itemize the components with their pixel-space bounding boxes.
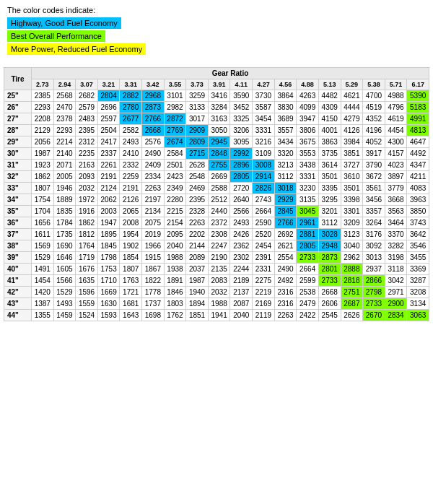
value-cell: 3947 <box>297 113 319 125</box>
diameter-cell: 30" <box>4 148 32 160</box>
value-cell: 2154 <box>164 217 186 229</box>
legend-items: Highway, Good Fuel Economy Best Overall … <box>7 17 426 56</box>
value-cell: 5183 <box>407 102 429 113</box>
value-cell: 2372 <box>208 217 230 229</box>
value-cell: 4300 <box>385 136 407 148</box>
value-cell: 5390 <box>407 90 429 102</box>
value-cell: 2490 <box>142 148 165 160</box>
value-cell: 2163 <box>76 160 98 171</box>
value-cell: 3454 <box>253 113 275 125</box>
diameter-cell: 36" <box>4 217 32 229</box>
value-cell: 2410 <box>120 148 142 160</box>
value-cell: 2668 <box>318 287 341 298</box>
table-row: 26"2293247025792696278028732982313332843… <box>4 102 429 113</box>
value-cell: 3917 <box>363 148 385 160</box>
value-cell: 4482 <box>318 90 341 102</box>
value-cell: 2385 <box>32 90 54 102</box>
diameter-cell: 28" <box>4 125 32 136</box>
value-cell: 4157 <box>385 148 407 160</box>
value-cell: 1596 <box>76 287 98 298</box>
value-cell: 1454 <box>32 275 54 287</box>
value-cell: 3101 <box>164 90 186 102</box>
value-cell: 4454 <box>385 125 407 136</box>
diameter-cell: 31" <box>4 160 32 171</box>
value-cell: 2971 <box>385 287 407 298</box>
gear-ratio-header-2.94: 2.94 <box>53 79 76 90</box>
value-cell: 1812 <box>76 229 98 240</box>
diameter-cell: 26" <box>4 102 32 113</box>
gear-ratio-header-2.73: 2.73 <box>32 79 54 90</box>
value-cell: 4352 <box>363 113 385 125</box>
value-cell: 1862 <box>76 217 98 229</box>
value-cell: 1753 <box>97 264 120 275</box>
value-cell: 2190 <box>208 252 230 264</box>
gear-ratio-header-5.29: 5.29 <box>341 79 363 90</box>
value-cell: 2214 <box>53 136 76 148</box>
value-cell: 1593 <box>97 310 120 321</box>
value-cell: 2124 <box>97 183 120 194</box>
value-cell: 1493 <box>53 298 76 310</box>
value-cell: 2590 <box>253 217 275 229</box>
value-cell: 3282 <box>385 240 407 252</box>
value-cell: 2968 <box>142 90 165 102</box>
value-cell: 1987 <box>186 275 209 287</box>
value-cell: 1754 <box>32 194 54 206</box>
diameter-cell: 29" <box>4 136 32 148</box>
value-cell: 1735 <box>53 229 76 240</box>
value-cell: 2395 <box>76 125 98 136</box>
value-cell: 4619 <box>385 113 407 125</box>
value-cell: 3557 <box>274 125 297 136</box>
value-cell: 3112 <box>318 217 341 229</box>
value-cell: 3743 <box>407 217 429 229</box>
value-cell: 4126 <box>341 125 363 136</box>
value-cell: 3208 <box>407 287 429 298</box>
value-cell: 3590 <box>230 90 253 102</box>
value-cell: 1889 <box>53 194 76 206</box>
value-cell: 1988 <box>208 298 230 310</box>
value-cell: 2362 <box>230 240 253 252</box>
value-cell: 4444 <box>341 102 363 113</box>
value-cell: 2670 <box>363 310 385 321</box>
value-cell: 1762 <box>164 310 186 321</box>
gear-ratio-header-5.38: 5.38 <box>363 79 385 90</box>
value-cell: 2687 <box>341 298 363 310</box>
value-cell: 2664 <box>253 206 275 217</box>
value-cell: 2766 <box>274 217 297 229</box>
value-cell: 4099 <box>297 102 319 113</box>
gear-ratio-header-5.71: 5.71 <box>385 79 407 90</box>
value-cell: 2669 <box>208 171 230 183</box>
value-cell: 2492 <box>274 275 297 287</box>
value-cell: 1803 <box>164 298 186 310</box>
value-cell: 2538 <box>297 287 319 298</box>
value-cell: 1854 <box>120 252 142 264</box>
tire-header: Tire <box>4 68 32 90</box>
value-cell: 1988 <box>164 252 186 264</box>
value-cell: 2189 <box>230 275 253 287</box>
value-cell: 2075 <box>142 217 165 229</box>
value-cell: 2692 <box>274 229 297 240</box>
value-cell: 2409 <box>142 160 165 171</box>
value-cell: 2469 <box>186 183 209 194</box>
value-cell: 3395 <box>318 183 341 194</box>
value-cell: 2866 <box>363 275 385 287</box>
value-cell: 3675 <box>297 136 319 148</box>
value-cell: 3561 <box>363 183 385 194</box>
value-cell: 4988 <box>385 90 407 102</box>
value-cell: 3850 <box>407 206 429 217</box>
value-cell: 1891 <box>164 275 186 287</box>
value-cell: 4813 <box>407 125 429 136</box>
value-cell: 2682 <box>76 90 98 102</box>
value-cell: 3563 <box>385 206 407 217</box>
value-cell: 2119 <box>253 310 275 321</box>
value-cell: 2470 <box>53 102 76 113</box>
value-cell: 2208 <box>32 113 54 125</box>
value-cell: 3213 <box>274 160 297 171</box>
value-cell: 1669 <box>97 287 120 298</box>
value-cell: 2576 <box>142 136 165 148</box>
value-cell: 1569 <box>32 240 54 252</box>
table-row: 27"2208237824832597267727662872301731633… <box>4 113 429 125</box>
value-cell: 1915 <box>142 252 165 264</box>
value-cell: 3295 <box>318 194 341 206</box>
value-cell: 2512 <box>208 194 230 206</box>
value-cell: 1946 <box>53 183 76 194</box>
